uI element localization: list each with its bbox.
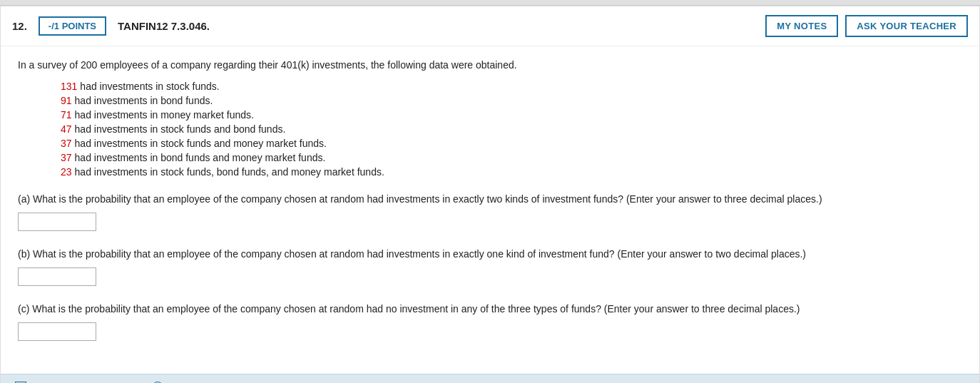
data-item-text: had investments in money market funds. [75, 109, 254, 121]
data-item-text: had investments in bond funds and money … [75, 152, 326, 163]
question-header: 12. -/1 POINTS TANFIN12 7.3.046. MY NOTE… [1, 6, 979, 46]
data-item-text: had investments in stock funds and bond … [75, 123, 286, 135]
data-number: 47 [61, 123, 72, 135]
sub-question-b: (b) What is the probability that an empl… [18, 247, 962, 286]
show-work-bar: + Show My Work (Optional) ? [1, 374, 979, 383]
points-badge[interactable]: -/1 POINTS [39, 16, 106, 36]
data-list-item: 71had investments in money market funds. [61, 109, 962, 121]
my-notes-button[interactable]: MY NOTES [765, 15, 838, 37]
top-border [0, 0, 980, 6]
question-id: TANFIN12 7.3.046. [118, 20, 765, 32]
data-list-item: 37had investments in bond funds and mone… [61, 152, 962, 163]
data-item-text: had investments in stock funds. [80, 81, 219, 92]
question-number: 12. [12, 20, 27, 32]
data-list-item: 47had investments in stock funds and bon… [61, 123, 962, 135]
data-list-item: 37had investments in stock funds and mon… [61, 138, 962, 149]
header-buttons: MY NOTES ASK YOUR TEACHER [765, 15, 968, 37]
question-container: 12. -/1 POINTS TANFIN12 7.3.046. MY NOTE… [0, 6, 980, 383]
data-number: 37 [61, 152, 72, 163]
data-number: 71 [61, 109, 72, 121]
ask-teacher-button[interactable]: ASK YOUR TEACHER [845, 15, 968, 37]
data-item-text: had investments in stock funds, bond fun… [75, 166, 384, 178]
data-item-text: had investments in bond funds. [75, 95, 213, 106]
data-item-text: had investments in stock funds and money… [75, 138, 327, 149]
question-body: In a survey of 200 employees of a compan… [1, 46, 979, 374]
data-list: 131had investments in stock funds.91had … [18, 81, 962, 178]
answer-input-a[interactable] [18, 213, 96, 231]
data-number: 37 [61, 138, 72, 149]
data-number: 91 [61, 95, 72, 106]
sub-question-c: (c) What is the probability that an empl… [18, 302, 962, 341]
sub-question-c-text: (c) What is the probability that an empl… [18, 302, 962, 317]
sub-question-a-text: (a) What is the probability that an empl… [18, 192, 962, 207]
data-list-item: 131had investments in stock funds. [61, 81, 962, 92]
answer-input-b[interactable] [18, 267, 96, 286]
data-list-item: 91had investments in bond funds. [61, 95, 962, 106]
data-number: 131 [61, 81, 77, 92]
answer-input-c[interactable] [18, 322, 96, 341]
sub-question-b-text: (b) What is the probability that an empl… [18, 247, 962, 262]
data-number: 23 [61, 166, 72, 178]
data-list-item: 23had investments in stock funds, bond f… [61, 166, 962, 178]
sub-question-a: (a) What is the probability that an empl… [18, 192, 962, 231]
intro-text: In a survey of 200 employees of a compan… [18, 59, 962, 71]
